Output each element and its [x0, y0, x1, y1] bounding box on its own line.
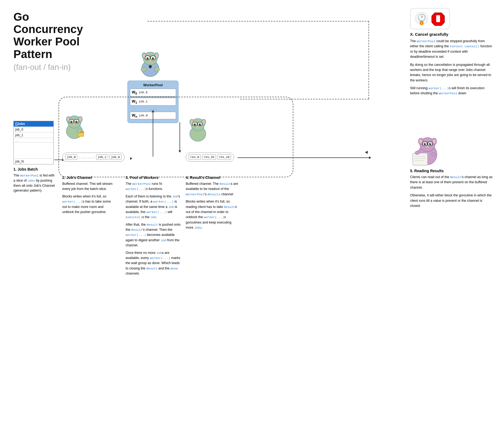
cyl-res10: res_10: [217, 154, 231, 160]
top-dashed-bottom: [240, 99, 369, 99]
section2-label: 2. Job's Channel: [62, 175, 116, 180]
section1-label: 1. Jobs Batch: [13, 167, 56, 171]
s3-exec: execute(): [126, 215, 142, 219]
cancel-code-workerpool: WorkerPool: [417, 39, 435, 43]
cancel-para2: By doing so the cancellation is propagat…: [410, 62, 493, 83]
job-channel-wrap: job_N ......... job_1 job_0: [62, 153, 125, 162]
section4-label: 4. Result's Channel: [186, 175, 239, 180]
cyl-job0: job_0: [109, 154, 122, 160]
s3-result3: Result: [146, 267, 157, 270]
page-container: Go ConcurrencyWorker PoolPattern (fan-ou…: [5, 5, 499, 419]
svg-point-44: [153, 57, 154, 58]
s3-para4: Once there no more Jobs are available, e…: [126, 250, 182, 276]
stop-icon: [431, 11, 445, 26]
svg-point-17: [425, 143, 426, 144]
s3-wp: WorkerPool: [132, 182, 151, 186]
worker1-job: job_1: [139, 100, 148, 103]
s3-worker3: worker(...): [146, 210, 167, 214]
worker-row-0: W0 job_0: [130, 89, 176, 96]
svg-point-76: [195, 124, 196, 124]
workern-job: job_N: [139, 114, 148, 117]
section5-label: 5. Reading Results: [410, 169, 493, 173]
svg-point-12: [433, 139, 436, 143]
cyl-job1: job_1: [96, 154, 108, 160]
workern-label: Wn: [132, 113, 137, 118]
title-block: Go ConcurrencyWorker PoolPattern (fan-ou…: [13, 11, 99, 72]
svg-point-53: [79, 118, 81, 121]
svg-point-11: [419, 139, 422, 143]
s3-para1: The WorkerPool runs N-worker(...)s funct…: [126, 181, 182, 192]
job-batch-gopher: [62, 107, 87, 140]
cancel-code-wp2: WorkerPool: [439, 92, 457, 95]
section3-desc: 3. Pool of Workers The WorkerPool runs N…: [126, 173, 182, 276]
section4-desc: 4. Result's Channel Buffered channel. Th…: [186, 173, 239, 230]
cyl-res33: res_33: [202, 154, 216, 160]
s4-jobs: Jobs: [194, 226, 202, 229]
cancel-title: X. Cancel gracefully: [410, 32, 493, 37]
svg-point-43: [148, 57, 148, 58]
worker0-job: job_0: [139, 91, 148, 94]
jobs-header: []Jobs: [14, 121, 53, 127]
s3-result2: Result: [131, 228, 142, 232]
reading-section: 5. Reading Results Clients can read out …: [410, 132, 493, 211]
s3-job3: Job: [151, 215, 156, 219]
section5-para2: Otherwise, it will either block the goro…: [410, 193, 493, 208]
s2-code: worker(...): [62, 200, 83, 203]
jobs-list-section: []Jobs job_0 job_1 .... job_N 1. Jobs Ba…: [13, 121, 56, 193]
workerpool-gopher: [137, 43, 164, 78]
s3-jobs: Job: [156, 251, 162, 255]
s1-workerpool: WorkerPool: [20, 174, 39, 177]
s4-results: Result: [220, 182, 231, 186]
s3-worker5: worker(...): [150, 256, 170, 260]
s3-worker: worker(...): [126, 187, 146, 191]
section2-desc: 2. Job's Channel Buffered channel. This …: [62, 173, 116, 215]
page-title: Go ConcurrencyWorker PoolPattern: [13, 11, 99, 60]
svg-point-34: [143, 54, 145, 57]
top-dashed-h: [148, 21, 369, 21]
jobs-list: []Jobs job_0 job_1 .... job_N: [13, 121, 54, 164]
svg-point-70: [203, 120, 205, 124]
s4-wp: WorkerPool: [186, 193, 204, 196]
jobs-item-0: job_0: [14, 127, 53, 132]
section5-para1: Clients can read out of the Result's cha…: [410, 175, 493, 190]
s3-job: Job: [172, 195, 178, 198]
svg-text:!: !: [421, 22, 422, 24]
s3-worker4: worker(...): [126, 233, 146, 237]
svg-point-18: [430, 143, 431, 144]
s2-para2: Blocks writes when it's full, so worker(…: [62, 194, 116, 215]
section1-desc: The WorkerPool is fed with a slice of Jo…: [13, 173, 56, 193]
s3-para3: After that, the Result is pushed onto th…: [126, 222, 182, 248]
svg-point-60: [76, 121, 77, 122]
s4-para1: Buffered channel. The Results are availa…: [186, 181, 239, 197]
s3-job2: Job: [168, 205, 174, 209]
cancel-section: 🕐 ! X. Cancel gracefully The WorkerPool …: [410, 8, 493, 99]
s4-results3: Result: [224, 205, 235, 209]
svg-point-35: [155, 54, 158, 57]
jobs-item-1: job_1: [14, 132, 53, 138]
jobs-ellipsis: ....: [14, 138, 53, 142]
worker-row-1: W1 job_1: [130, 98, 176, 106]
result-gopher: [185, 110, 211, 142]
svg-point-45: [149, 60, 152, 61]
cancel-code-context: Context cancel(): [450, 45, 479, 48]
cancel-para3: Still running worker(...)s will finish i…: [410, 86, 493, 96]
worker0-label: W0: [132, 90, 137, 95]
section3-label: 3. Pool of Workers: [126, 175, 182, 180]
result-right-arrow: [238, 156, 371, 159]
cancel-para1: The WorkerPool could be stopped graceful…: [410, 39, 493, 60]
s3-done: Done: [170, 267, 178, 270]
svg-point-78: [197, 126, 199, 128]
result-gopher-wrap: [185, 110, 211, 143]
result-arrow: [365, 151, 368, 154]
cancel-code-worker: worker(...): [429, 87, 449, 90]
cyl-dots: .........: [79, 156, 95, 159]
svg-point-61: [73, 124, 75, 125]
svg-rect-6: [436, 15, 440, 22]
worker1-label: W1: [132, 99, 137, 104]
result-cylinder: res_N res_33 res_10: [186, 153, 234, 162]
wp-to-result-arrow: [178, 122, 181, 153]
top-dashed-v: [368, 21, 369, 99]
s3-para2: Each of them is listening to the Job's c…: [126, 194, 182, 220]
svg-rect-23: [413, 153, 428, 165]
s2-para1: Buffered channel. This will stream every…: [62, 181, 116, 192]
